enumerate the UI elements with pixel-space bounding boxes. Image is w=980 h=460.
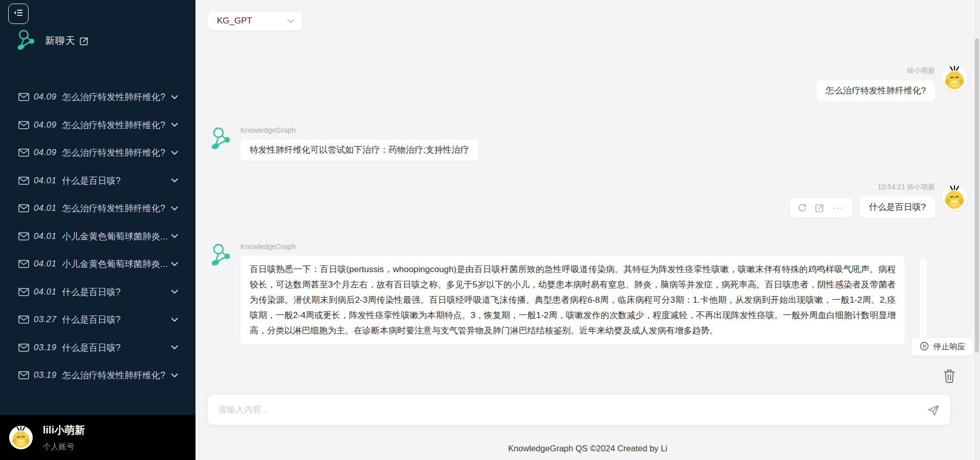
message-user: ··· 10:54:21 lili小萌新 什么是百日咳?: [790, 182, 967, 218]
message-author: lili小萌新: [908, 183, 935, 191]
chevron-down-icon[interactable]: [171, 234, 178, 238]
sidebar-collapse-button[interactable]: [8, 4, 29, 24]
envelope-icon: [18, 371, 29, 379]
message-user: lili小萌新 怎么治疗特发性肺纤维化?: [817, 65, 967, 102]
chat-history-title: 什么是百日咳?: [62, 313, 168, 326]
message-author: KnowledgeGraph: [240, 241, 905, 252]
chat-history-item[interactable]: 04.01 怎么治疗特发性肺纤维化?: [0, 195, 195, 223]
chat-history-date: 04.09: [34, 148, 57, 158]
chevron-down-icon[interactable]: [171, 151, 178, 155]
chevron-down-icon[interactable]: [171, 123, 178, 127]
chat-history-item[interactable]: 04.01 什么是百日咳?: [0, 278, 195, 306]
clear-chat-button[interactable]: [942, 368, 957, 385]
chat-history-date: 03.19: [34, 343, 57, 353]
page-scrollbar[interactable]: [974, 0, 980, 460]
chevron-down-icon[interactable]: [171, 289, 178, 294]
message-input[interactable]: [218, 405, 919, 415]
chat-history-title: 小儿金黄色葡萄球菌肺炎...: [62, 258, 168, 270]
chat-history-title: 什么是百日咳?: [62, 175, 168, 187]
message-bubble: 百日咳熟悉一下：百日咳(pertussis，whoopingcough)是由百日…: [240, 256, 905, 345]
chevron-down-icon[interactable]: [171, 178, 178, 183]
chat-history-item[interactable]: 03.19 什么是百日咳?: [0, 334, 195, 362]
composer: [208, 395, 950, 425]
user-avatar: [9, 426, 33, 449]
chat-history-title: 什么是百日咳?: [62, 286, 168, 298]
message-bubble: 什么是百日咳?: [860, 197, 935, 218]
message-author: KnowledgeGraph: [240, 125, 478, 135]
chat-history-date: 04.01: [34, 231, 57, 241]
chat-history-date: 04.09: [34, 92, 57, 102]
chat-history-title: 什么是百日咳?: [62, 342, 168, 354]
message-meta: 10:54:21 lili小萌新: [877, 182, 935, 192]
regenerate-icon[interactable]: [798, 203, 807, 212]
chat-history-date: 04.01: [34, 176, 57, 186]
footer-text: KnowledgeGraph QS ©2024 Created by Li: [195, 444, 980, 453]
envelope-icon: [18, 121, 29, 129]
compose-icon[interactable]: [80, 36, 89, 45]
chat-history-title: 怎么治疗特发性肺纤维化?: [62, 91, 168, 103]
chat-history-title: 怎么治疗特发性肺纤维化?: [62, 147, 168, 159]
envelope-icon: [18, 93, 29, 101]
chat-history-item[interactable]: 04.01 小儿金黄色葡萄球菌肺炎...: [0, 223, 195, 251]
message-time: 10:54:21: [877, 183, 907, 191]
envelope-icon: [18, 288, 29, 296]
message-assistant: KnowledgeGraph 百日咳熟悉一下：百日咳(pertussis，who…: [209, 241, 905, 345]
knowledge-graph-avatar-icon: [209, 126, 234, 151]
chevron-down-icon[interactable]: [171, 345, 178, 350]
user-avatar: [942, 65, 967, 91]
chat-history-item[interactable]: 04.01 小儿金黄色葡萄球菌肺炎...: [0, 250, 195, 278]
chevron-down-icon[interactable]: [171, 95, 178, 100]
chat-history-date: 04.01: [34, 203, 57, 213]
envelope-icon: [18, 204, 29, 212]
chat-history-date: 03.19: [34, 370, 57, 380]
chevron-down-icon[interactable]: [171, 262, 178, 267]
chat-history-date: 04.01: [34, 259, 57, 269]
page-scrollbar-thumb[interactable]: [975, 38, 979, 352]
chat-history-date: 04.09: [34, 120, 57, 130]
knowledge-graph-logo-icon: [15, 29, 38, 53]
chat-history-item[interactable]: 04.09 怎么治疗特发性肺纤维化?: [0, 83, 195, 111]
message-author: lili小萌新: [908, 65, 935, 76]
chat-history-title: 小儿金黄色葡萄球菌肺炎...: [62, 230, 168, 243]
message-bubble: 特发性肺纤维化可以尝试如下治疗：药物治疗;支持性治疗: [240, 139, 478, 161]
envelope-icon: [18, 149, 29, 157]
account-name: lili小萌新: [43, 423, 85, 437]
chat-history-list: 04.09 怎么治疗特发性肺纤维化? 04.09 怎么治疗特发性肺纤维化?: [0, 83, 195, 390]
sidebar: 新聊天 04.09 怎么治疗特发性肺纤维化?: [0, 0, 195, 460]
chat-history-item[interactable]: 04.01 什么是百日咳?: [0, 167, 195, 195]
send-icon[interactable]: [926, 403, 940, 417]
chevron-down-icon[interactable]: [171, 206, 178, 211]
chat-main: KG_GPT lili小萌新 怎么治疗特发性肺纤维化?: [195, 0, 980, 460]
more-options-icon[interactable]: ···: [832, 205, 845, 210]
message-bubble: 怎么治疗特发性肺纤维化?: [817, 80, 935, 102]
chat-history-title: 怎么治疗特发性肺纤维化?: [62, 369, 168, 381]
edit-icon[interactable]: [815, 203, 824, 212]
user-avatar: [942, 185, 967, 210]
chat-history-title: 怎么治疗特发性肺纤维化?: [62, 202, 168, 214]
envelope-icon: [18, 260, 29, 268]
new-chat-label: 新聊天: [45, 34, 76, 47]
chevron-down-icon: [287, 16, 295, 26]
message-assistant: KnowledgeGraph 特发性肺纤维化可以尝试如下治疗：药物治疗;支持性治…: [209, 125, 478, 161]
envelope-icon: [18, 344, 29, 352]
knowledge-graph-avatar-icon: [209, 243, 234, 267]
model-select-value: KG_GPT: [217, 16, 287, 26]
chat-history-date: 03.27: [34, 314, 57, 325]
trash-icon: [942, 368, 957, 385]
envelope-icon: [18, 177, 29, 185]
fold-icon: [13, 7, 24, 20]
chat-history-item[interactable]: 04.09 怎么治疗特发性肺纤维化?: [0, 111, 195, 139]
chat-history-title: 怎么治疗特发性肺纤维化?: [62, 119, 168, 131]
chat-history-item[interactable]: 03.19 怎么治疗特发性肺纤维化?: [0, 361, 195, 390]
chat-history-item[interactable]: 04.09 怎么治疗特发性肺纤维化?: [0, 139, 195, 167]
chevron-down-icon[interactable]: [171, 373, 178, 378]
chevron-down-icon[interactable]: [171, 318, 178, 322]
stop-response-label: 停止响应: [934, 342, 965, 352]
pause-circle-icon: [920, 342, 929, 353]
new-chat-button[interactable]: 新聊天: [15, 29, 195, 53]
chat-history-item[interactable]: 03.27 什么是百日咳?: [0, 306, 195, 334]
envelope-icon: [18, 232, 29, 240]
account-panel[interactable]: lili小萌新 个人账号: [0, 415, 195, 460]
model-select[interactable]: KG_GPT: [208, 11, 302, 31]
stop-response-button[interactable]: 停止响应: [912, 338, 973, 356]
